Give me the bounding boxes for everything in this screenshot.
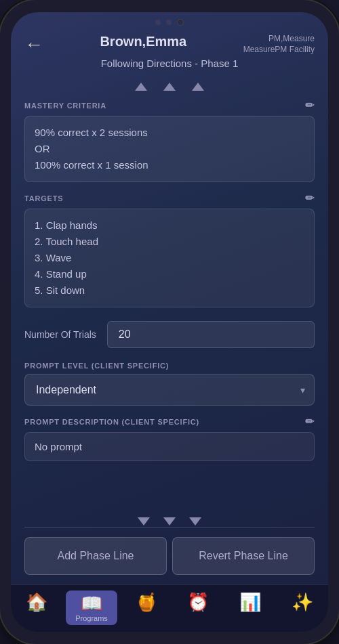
prompt-level-wrapper: Independent Gestural Verbal Physical Ful… — [24, 374, 315, 406]
targets-edit-icon[interactable]: ✏ — [305, 192, 315, 205]
mastery-criteria-box: 90% correct x 2 sessionsOR100% correct x… — [24, 116, 315, 182]
phone-frame: ← Brown,Emma PM,Measure MeasurePM Facili… — [0, 0, 339, 644]
revert-phase-line-button[interactable]: Revert Phase Line — [172, 537, 315, 575]
scroll-down-arrow-2[interactable] — [163, 517, 176, 525]
bottom-nav: 🏠 📖 Programs 🍯 ⏰ 📊 ✨ — [11, 584, 328, 632]
data-icon: 🍯 — [136, 593, 157, 611]
add-phase-line-button[interactable]: Add Phase Line — [24, 537, 167, 575]
prompt-description-section: PROMPT DESCRIPTION (CLIENT SPECIFIC) ✏ N… — [24, 415, 315, 461]
nav-item-data[interactable]: 🍯 — [120, 589, 172, 626]
schedule-icon: ⏰ — [187, 593, 209, 611]
header: ← Brown,Emma PM,Measure MeasurePM Facili… — [11, 28, 328, 80]
list-item: 2. Touch head — [35, 234, 304, 250]
scroll-arrows-top — [11, 80, 328, 92]
list-item: 3. Wave — [35, 250, 304, 266]
mastery-criteria-label: MASTERY CRITERIA ✏ — [24, 99, 315, 112]
programs-icon: 📖 — [81, 595, 102, 612]
nav-item-more[interactable]: ✨ — [276, 589, 328, 626]
phone-notch — [11, 12, 328, 28]
mastery-criteria-section: MASTERY CRITERIA ✏ 90% correct x 2 sessi… — [24, 99, 315, 182]
scroll-down-arrow-1[interactable] — [138, 517, 150, 525]
main-content: MASTERY CRITERIA ✏ 90% correct x 2 sessi… — [11, 92, 328, 513]
mastery-criteria-edit-icon[interactable]: ✏ — [305, 99, 315, 112]
nav-item-programs[interactable]: 📖 Programs — [66, 591, 118, 625]
list-item: 5. Sit down — [35, 282, 304, 299]
prompt-description-title: PROMPT DESCRIPTION (CLIENT SPECIFIC) — [24, 418, 199, 426]
nav-label-programs: Programs — [75, 614, 108, 622]
page-title: Brown,Emma — [43, 34, 243, 49]
list-item: 4. Stand up — [35, 266, 304, 282]
prompt-level-select[interactable]: Independent Gestural Verbal Physical Ful… — [24, 374, 315, 406]
prompt-description-edit-icon[interactable]: ✏ — [305, 415, 315, 428]
targets-label: TARGETS ✏ — [24, 192, 315, 205]
trials-label: Number Of Trials — [24, 329, 96, 340]
facility-label: MeasurePM Facility — [243, 45, 315, 56]
prompt-description-box: No prompt — [24, 432, 315, 461]
scroll-up-arrow-1[interactable] — [135, 83, 147, 91]
nav-item-home[interactable]: 🏠 — [11, 589, 63, 626]
nav-item-reports[interactable]: 📊 — [224, 589, 277, 626]
notch-dot-left — [155, 20, 161, 25]
targets-box: 1. Clap hands 2. Touch head 3. Wave 4. S… — [24, 209, 315, 307]
prompt-level-section: PROMPT LEVEL (CLIENT SPECIFIC) Independe… — [24, 362, 315, 406]
back-button[interactable]: ← — [24, 34, 43, 54]
list-item: 1. Clap hands — [35, 217, 304, 234]
reports-icon: 📊 — [239, 593, 261, 611]
pm-label: PM,Measure — [243, 34, 315, 45]
prompt-level-label: PROMPT LEVEL (CLIENT SPECIFIC) — [24, 362, 315, 370]
scroll-down-arrow-3[interactable] — [189, 517, 201, 525]
scroll-arrows-bottom — [11, 513, 328, 527]
scroll-up-arrow-3[interactable] — [192, 83, 204, 91]
camera-dot — [177, 19, 184, 26]
scroll-up-arrow-2[interactable] — [163, 83, 176, 91]
mastery-criteria-text: 90% correct x 2 sessionsOR100% correct x… — [35, 125, 304, 173]
trials-section: Number Of Trials — [24, 317, 315, 352]
mastery-criteria-title: MASTERY CRITERIA — [24, 102, 106, 110]
trials-input[interactable] — [107, 321, 315, 348]
action-buttons-row: Add Phase Line Revert Phase Line — [11, 528, 328, 584]
header-right: PM,Measure MeasurePM Facility — [243, 34, 315, 55]
phase-subtitle: Following Directions - Phase 1 — [24, 58, 315, 69]
home-icon: 🏠 — [26, 593, 47, 611]
phone-screen: ← Brown,Emma PM,Measure MeasurePM Facili… — [11, 12, 328, 632]
prompt-description-label: PROMPT DESCRIPTION (CLIENT SPECIFIC) ✏ — [24, 415, 315, 428]
nav-item-schedule[interactable]: ⏰ — [172, 589, 224, 626]
prompt-level-title: PROMPT LEVEL (CLIENT SPECIFIC) — [24, 362, 169, 370]
targets-section: TARGETS ✏ 1. Clap hands 2. Touch head 3.… — [24, 192, 315, 307]
targets-title: TARGETS — [24, 194, 63, 202]
more-icon: ✨ — [292, 593, 313, 611]
notch-dot-right — [166, 20, 172, 25]
